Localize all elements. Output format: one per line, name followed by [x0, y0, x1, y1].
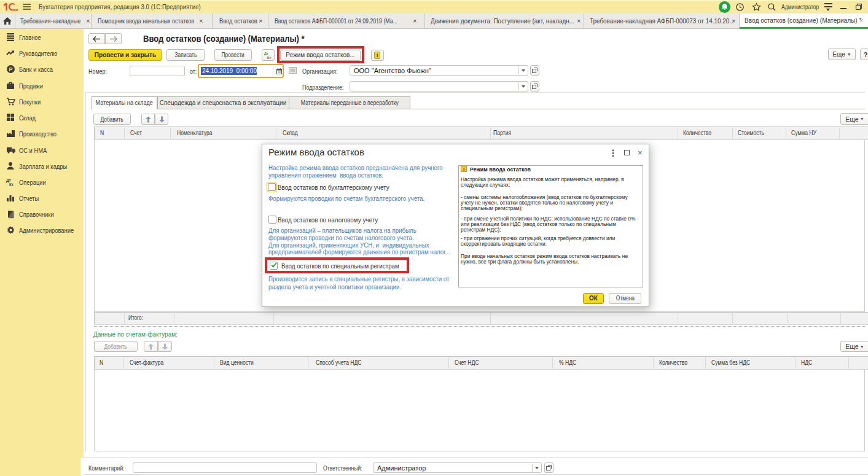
- svg-text:Р: Р: [9, 66, 13, 72]
- svg-text:Кт: Кт: [267, 55, 271, 59]
- svg-text:Кт: Кт: [9, 182, 14, 187]
- svg-text:Дт: Дт: [264, 52, 268, 55]
